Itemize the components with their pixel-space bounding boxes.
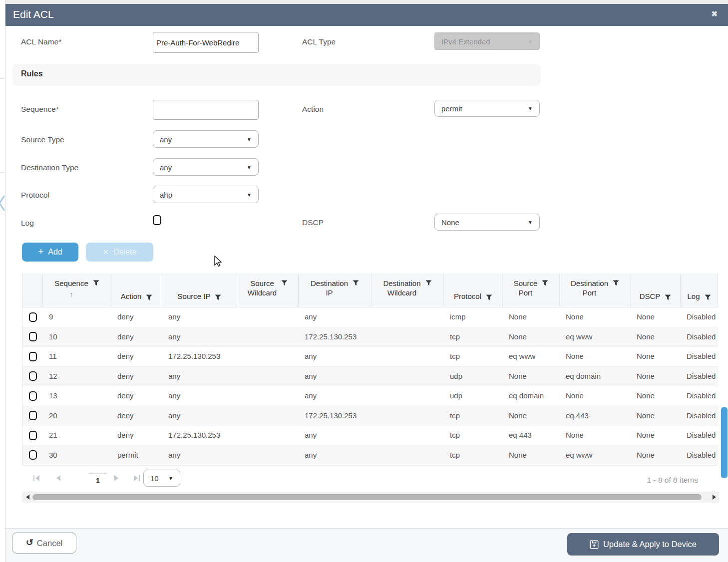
filter-icon[interactable] — [93, 280, 99, 286]
log-checkbox[interactable] — [153, 215, 161, 225]
protocol-select[interactable]: ahp ▼ — [153, 186, 259, 203]
table-cell: eq www — [560, 327, 631, 347]
undo-icon: ↺ — [26, 537, 33, 548]
table-cell — [371, 426, 444, 445]
last-page-icon[interactable] — [133, 475, 140, 482]
table-cell: any — [162, 446, 237, 465]
table-row[interactable]: 21deny172.25.130.253anytcpeq 443NoneNone… — [22, 426, 718, 446]
mouse-cursor — [214, 256, 225, 268]
column-header-source-ip[interactable]: Source IP — [162, 274, 237, 307]
filter-icon[interactable] — [613, 280, 619, 286]
filter-icon[interactable] — [665, 294, 671, 300]
table-cell: udp — [444, 386, 503, 406]
column-header-destination-ip[interactable]: DestinationIP — [299, 274, 371, 307]
table-cell: any — [162, 367, 237, 386]
column-header-label: Protocol — [454, 291, 481, 301]
horizontal-scroll-thumb[interactable] — [32, 494, 702, 500]
row-checkbox[interactable] — [29, 332, 37, 341]
sort-ascending-icon[interactable]: ↑ — [54, 290, 88, 299]
add-button-label: Add — [48, 248, 62, 257]
filter-icon[interactable] — [705, 294, 711, 300]
edit-acl-modal: Edit ACL ✖ ACL Name* ACL Type IPv4 Exten… — [5, 4, 728, 562]
row-checkbox-cell — [22, 386, 43, 406]
column-header-source-wildcard[interactable]: SourceWildcard — [237, 274, 299, 307]
previous-page-icon[interactable] — [55, 475, 61, 482]
acl-name-input[interactable] — [153, 32, 259, 53]
table-cell: tcp — [444, 406, 503, 426]
table-cell: tcp — [444, 347, 503, 366]
next-page-icon[interactable] — [113, 475, 119, 482]
table-row[interactable]: 30permitanyanytcpNoneeq wwwNoneDisabled — [22, 446, 718, 466]
acl-type-value: IPv4 Extended — [441, 37, 490, 45]
filter-icon[interactable] — [353, 280, 359, 286]
row-checkbox[interactable] — [29, 391, 37, 401]
column-header-protocol[interactable]: Protocol — [444, 274, 503, 307]
cancel-button[interactable]: ↺ Cancel — [12, 533, 76, 554]
filter-icon[interactable] — [146, 294, 152, 300]
scroll-left-icon[interactable] — [26, 495, 29, 500]
column-header-source-port[interactable]: SourcePort — [503, 274, 560, 307]
action-select[interactable]: permit ▼ — [434, 100, 540, 117]
filter-icon[interactable] — [215, 294, 221, 300]
table-cell: tcp — [444, 327, 503, 347]
table-cell: None — [631, 307, 681, 327]
filter-icon[interactable] — [486, 294, 492, 300]
row-checkbox[interactable] — [29, 431, 37, 440]
filter-icon[interactable] — [425, 280, 432, 286]
table-cell: eq 443 — [560, 406, 631, 426]
table-row[interactable]: 13denyanyanyudpeq domainNoneNoneDisabled — [22, 386, 718, 406]
table-cell — [237, 406, 299, 426]
column-header-destination-port[interactable]: DestinationPort — [560, 274, 631, 307]
table-row[interactable]: 11deny172.25.130.253anytcpeq wwwNoneNone… — [22, 347, 718, 367]
table-cell: any — [299, 367, 371, 386]
table-cell: tcp — [444, 446, 503, 465]
table-row[interactable]: 12denyanyanyudpNoneeq domainNoneDisabled — [22, 367, 718, 387]
row-checkbox[interactable] — [29, 352, 37, 361]
column-header-sequence[interactable]: Sequence↑ — [43, 274, 111, 307]
source-type-select[interactable]: any ▼ — [153, 130, 259, 148]
destination-type-select[interactable]: any ▼ — [153, 158, 259, 176]
row-checkbox[interactable] — [29, 411, 37, 420]
first-page-icon[interactable] — [33, 475, 40, 482]
column-header-label: DestinationWildcard — [383, 279, 420, 307]
table-cell: None — [503, 406, 560, 426]
column-header-log[interactable]: Log — [681, 274, 718, 307]
row-checkbox[interactable] — [29, 371, 37, 381]
vertical-scroll-thumb[interactable] — [721, 407, 728, 478]
table-row[interactable]: 10denyany172.25.130.253tcpNoneeq wwwNone… — [22, 327, 718, 347]
table-row[interactable]: 20denyany172.25.130.253tcpNoneeq 443None… — [22, 406, 718, 426]
column-header-label: DestinationPort — [571, 279, 608, 307]
add-button[interactable]: + Add — [22, 243, 78, 262]
log-label: Log — [21, 219, 34, 228]
row-checkbox[interactable] — [29, 450, 37, 460]
column-header-destination-wildcard[interactable]: DestinationWildcard — [371, 274, 444, 307]
column-header-dscp[interactable]: DSCP — [631, 274, 681, 307]
table-cell: any — [299, 347, 371, 366]
filter-icon[interactable] — [281, 280, 288, 286]
page-size-select[interactable]: 10 ▼ — [143, 470, 180, 487]
table-cell: 172.25.130.253 — [162, 426, 237, 445]
destination-type-value: any — [160, 163, 172, 171]
update-apply-button[interactable]: Update & Apply to Device — [567, 533, 719, 556]
column-header-action[interactable]: Action — [111, 274, 162, 307]
page-number[interactable]: 1 — [89, 473, 107, 485]
delete-button[interactable]: ✕ Delete — [86, 243, 153, 262]
collapse-chevron-icon[interactable] — [0, 194, 5, 213]
horizontal-scrollbar[interactable] — [22, 492, 719, 503]
filter-icon[interactable] — [542, 280, 548, 286]
dscp-select[interactable]: None ▼ — [434, 214, 540, 231]
chevron-down-icon: ▼ — [247, 192, 252, 197]
scroll-right-icon[interactable] — [713, 495, 716, 500]
sequence-input[interactable] — [153, 100, 259, 120]
table-cell: deny — [111, 367, 162, 386]
table-row[interactable]: 9denyanyanyicmpNoneNoneNoneDisabled — [22, 307, 718, 327]
table-cell: deny — [111, 426, 162, 445]
row-checkbox[interactable] — [29, 312, 37, 322]
table-cell — [237, 347, 299, 366]
table-cell: None — [560, 386, 631, 406]
close-icon[interactable]: ✖ — [711, 9, 718, 18]
protocol-value: ahp — [160, 190, 172, 199]
rules-section-header: Rules — [12, 64, 541, 86]
items-range-label: 1 - 8 of 8 items — [647, 476, 698, 485]
chevron-down-icon: ▼ — [247, 164, 252, 170]
